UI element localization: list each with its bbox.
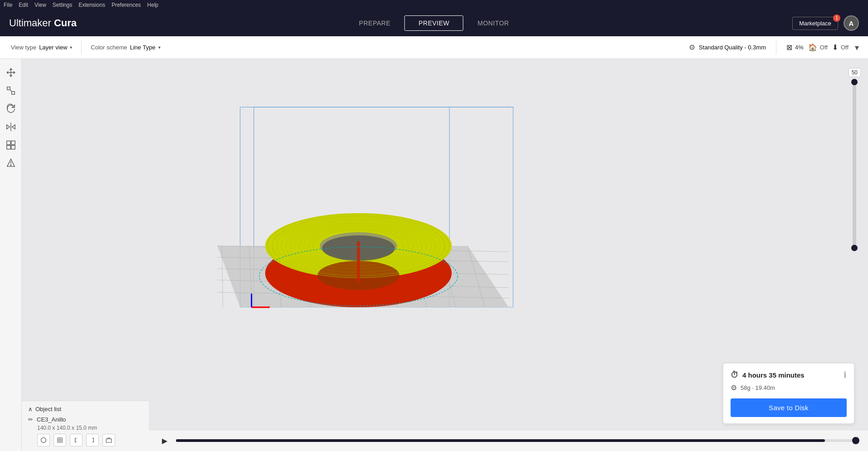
timeline-thumb[interactable] — [852, 437, 859, 444]
view-type-chevron: ▾ — [70, 45, 72, 50]
tool-permodel[interactable] — [3, 137, 19, 153]
svg-rect-5 — [11, 141, 15, 145]
tool-mirror[interactable] — [3, 119, 19, 135]
svg-rect-57 — [59, 439, 61, 441]
object-icon-box[interactable] — [102, 434, 115, 446]
quality-icon: ⚙ — [689, 43, 695, 52]
infill-icon: ⊠ — [786, 43, 792, 52]
menu-help[interactable]: Help — [147, 2, 159, 8]
print-time: 4 hours 35 minutes — [742, 371, 805, 379]
header-right: Marketplace 1 A — [792, 15, 859, 31]
clock-icon: ⏱ — [731, 370, 739, 380]
object-icon-bracket-l[interactable] — [70, 434, 83, 446]
layer-slider-thumb-bottom[interactable] — [851, 245, 858, 251]
color-scheme-dropdown[interactable]: Color scheme Line Type ▾ — [87, 42, 164, 53]
save-to-disk-button[interactable]: Save to Disk — [731, 398, 847, 417]
support-label: Off — [820, 44, 828, 51]
account-button[interactable]: A — [844, 15, 859, 31]
app-logo: Ultimaker Cura — [9, 17, 77, 29]
menu-bar: File Edit View Settings Extensions Prefe… — [0, 0, 868, 10]
edit-icon: ✏ — [28, 416, 33, 423]
print-time-left: ⏱ 4 hours 35 minutes — [731, 370, 805, 380]
menu-edit[interactable]: Edit — [19, 2, 28, 8]
viewport[interactable]: 50 ∧ Object list ✏ CE3_Anillo 140.0 x 14… — [22, 59, 868, 451]
svg-rect-6 — [6, 145, 10, 149]
toolbar-separator-2 — [776, 41, 776, 54]
object-icon-bracket-r[interactable] — [86, 434, 99, 446]
nav-tabs: PREPARE PREVIEW MONITOR — [345, 15, 523, 31]
play-button[interactable]: ▶ — [158, 434, 171, 447]
menu-extensions[interactable]: Extensions — [78, 2, 105, 8]
svg-rect-1 — [11, 92, 14, 94]
view-type-label: View type — [11, 44, 36, 51]
color-scheme-chevron: ▾ — [158, 45, 161, 50]
view-type-value: Layer view — [39, 44, 67, 51]
object-list-panel: ∧ Object list ✏ CE3_Anillo 140.0 x 140.0… — [22, 401, 149, 451]
info-icon[interactable]: ℹ — [844, 370, 847, 380]
tab-monitor[interactable]: MONITOR — [463, 15, 523, 31]
svg-rect-52 — [357, 241, 360, 282]
quality-button[interactable]: ⚙ Standard Quality - 0.3mm — [689, 43, 766, 52]
svg-point-9 — [10, 165, 11, 166]
tool-scale[interactable] — [3, 82, 19, 99]
menu-view[interactable]: View — [34, 2, 46, 8]
marketplace-label: Marketplace — [799, 20, 831, 27]
svg-rect-7 — [11, 145, 15, 149]
layer-number: 50 — [848, 68, 861, 77]
object-icon-cube[interactable] — [37, 434, 50, 446]
object-list-header[interactable]: ∧ Object list — [28, 406, 142, 412]
object-dimensions: 140.0 x 140.0 x 15.0 mm — [37, 425, 142, 431]
marketplace-button[interactable]: Marketplace 1 — [792, 17, 838, 30]
print-info-panel: ⏱ 4 hours 35 minutes ℹ ⚙ 58g · 19.40m Sa… — [723, 363, 854, 424]
adhesion-icon: ⬇ — [832, 43, 838, 52]
print-material: 58g · 19.40m — [741, 384, 775, 391]
material-icon: ⚙ — [731, 383, 737, 392]
svg-rect-58 — [106, 439, 112, 442]
object-icons — [37, 434, 142, 446]
toolbar-separator-1 — [81, 41, 82, 54]
tab-prepare[interactable]: PREPARE — [345, 15, 405, 31]
layer-slider-track[interactable] — [853, 79, 856, 251]
tool-move[interactable] — [3, 64, 19, 81]
object-list-collapse-icon: ∧ — [28, 406, 33, 412]
tab-preview[interactable]: PREVIEW — [405, 15, 463, 31]
svg-rect-4 — [6, 141, 10, 145]
main-area: 50 ∧ Object list ✏ CE3_Anillo 140.0 x 14… — [0, 59, 868, 451]
tool-support[interactable] — [3, 155, 19, 171]
object-name: CE3_Anillo — [37, 416, 66, 423]
svg-line-2 — [10, 90, 12, 92]
adhesion-label: Off — [841, 44, 848, 51]
toolbar-expand-button[interactable]: ▾ — [853, 43, 861, 53]
layer-slider-thumb-top[interactable] — [851, 79, 858, 85]
object-list-title: Object list — [35, 406, 61, 412]
menu-preferences[interactable]: Preferences — [112, 2, 141, 8]
menu-file[interactable]: File — [4, 2, 12, 8]
infill-group: ⊠ 4% — [786, 43, 804, 52]
view-type-dropdown[interactable]: View type Layer view ▾ — [7, 42, 76, 53]
support-group: 🏠 Off — [808, 43, 828, 52]
layer-slider[interactable]: 50 — [848, 68, 861, 251]
marketplace-badge: 1 — [833, 15, 840, 22]
object-item: ✏ CE3_Anillo — [28, 416, 142, 423]
timeline-track[interactable] — [176, 439, 859, 442]
timeline-area: ▶ — [149, 430, 868, 451]
tool-rotate[interactable] — [3, 101, 19, 117]
object-icon-frame[interactable] — [54, 434, 66, 446]
quality-label: Standard Quality - 0.3mm — [699, 44, 766, 51]
svg-rect-56 — [58, 438, 63, 443]
toolbar-right: ⚙ Standard Quality - 0.3mm ⊠ 4% 🏠 Off ⬇ … — [689, 41, 861, 54]
toolbar: View type Layer view ▾ Color scheme Line… — [0, 36, 868, 59]
timeline-progress — [176, 439, 825, 442]
support-icon: 🏠 — [808, 43, 817, 52]
color-scheme-value: Line Type — [130, 44, 155, 51]
menu-settings[interactable]: Settings — [53, 2, 72, 8]
print-time-row: ⏱ 4 hours 35 minutes ℹ — [731, 370, 847, 380]
logo-cura: Cura — [54, 17, 77, 29]
infill-value: 4% — [795, 44, 804, 51]
left-sidebar — [0, 59, 22, 451]
svg-rect-0 — [7, 87, 10, 90]
app-header: Ultimaker Cura PREPARE PREVIEW MONITOR M… — [0, 10, 868, 36]
logo-ultimaker: Ultimaker — [9, 17, 51, 29]
color-scheme-label: Color scheme — [91, 44, 127, 51]
print-material-row: ⚙ 58g · 19.40m — [731, 383, 847, 392]
